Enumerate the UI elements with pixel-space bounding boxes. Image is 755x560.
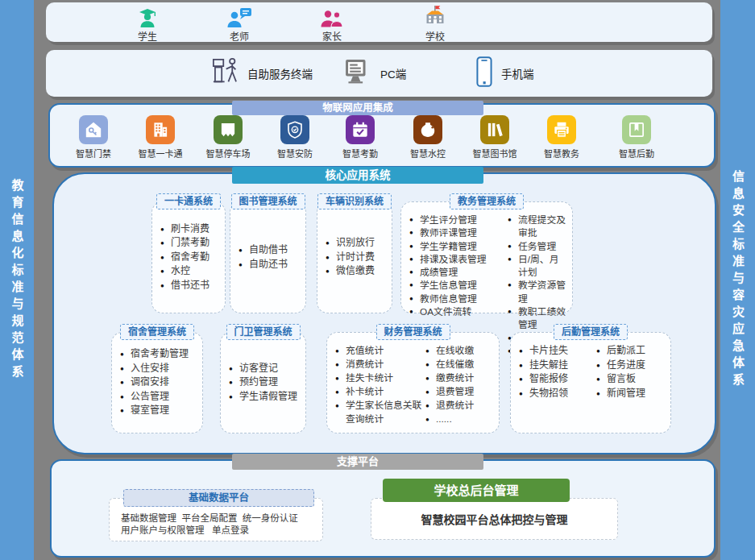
list-item: 后勤派工 [596,344,666,359]
pc-icon [342,57,373,89]
list-item: 识别放行 [326,236,375,251]
system-box-vehicle: 车辆识别系统 识别放行计时计费微信缴费 [317,201,392,313]
iot-item-library: 智慧图书馆 [466,115,524,160]
iot-label: 智慧安防 [266,147,324,160]
school-admin-title: 学校总后台管理 [383,479,570,502]
list-item: 卡片挂失 [519,344,596,359]
list-item: 学生学籍管理 [409,240,508,253]
list-item: 消费统计 [335,358,425,371]
user-group-school: 学校 [403,6,467,43]
device-group-pc: PC端 [342,50,406,97]
system-title: 宿舍管理系统 [120,324,194,340]
iot-item-onecard: 智慧一卡通 [131,115,189,160]
list-item: 智能报修 [519,372,596,387]
left-rail: 教育信息化标准与规范体系 [0,0,34,560]
onecard-icon [146,115,175,144]
library-icon [480,115,509,144]
list-item: 挂失解挂 [519,359,596,373]
user-label: 老师 [230,29,249,43]
device-label: PC端 [380,65,406,81]
list-item: 退费管理 [425,385,495,399]
admin-desc-box: 智慧校园平台总体把控与管理 [371,498,618,540]
device-group-phone: 手机端 [475,50,534,97]
list-item: 借书还书 [160,279,209,293]
feature-list: 充值统计消费统计挂失卡统计补卡统计学生家长信息关联查询统计 [335,344,425,429]
feature-list: 后勤派工任务进度留言板新闻管理 [596,344,666,429]
feature-list: 访客登记预约管理学生请假管理 [229,362,297,404]
iot-item-academic: 智慧教务 [533,115,591,160]
list-item: 教师评课管理 [409,226,508,239]
list-item: 排课及课表管理 [409,253,508,266]
system-title: 财务管理系统 [375,324,450,340]
device-label: 自助服务终端 [247,65,313,81]
iot-label: 智慧后勤 [608,147,666,160]
system-box-onecard: 一卡通系统 刷卡消费门禁考勤宿舍考勤水控借书还书 [151,201,226,313]
feature-list: 在线收缴在线催缴缴费统计退费管理退费统计...... [425,344,495,429]
feature-list: 卡片挂失挂失解挂智能报修失物招领 [519,344,596,429]
system-title: 门卫管理系统 [226,324,300,340]
list-item: 挂失卡统计 [335,371,425,385]
support-panel: 支撑平台 基础数据管理 平台全局配置 统一身份认证 用户账户与权限管理 单点登录… [50,459,716,558]
right-rail: 信息安全标准与容灾应急体系 [720,0,755,560]
list-item: 学生家长信息关联查询统计 [335,399,425,426]
user-label: 家长 [322,29,342,43]
student-icon [135,6,160,28]
iot-item-water: 智慧水控 [399,115,457,160]
core-panel: 核心应用系统 一卡通系统 刷卡消费门禁考勤宿舍考勤水控借书还书 图书管理系统 自… [52,172,716,454]
user-group-student: 学生 [115,6,180,43]
feature-list: 流程提交及审批任务管理日/周、月计划教学资源管理教职工绩效管理工资管理.....… [508,214,568,309]
system-title: 车辆识别系统 [317,193,392,209]
feature-list: 学生评分管理教师评课管理学生学籍管理排课及课表管理成绩管理学生信息管理教师信息管… [409,214,508,309]
feature-list: 刷卡消费门禁考勤宿舍考勤水控借书还书 [160,222,209,293]
teacher-icon [226,6,253,28]
iot-label: 智慧停车场 [199,147,257,160]
system-box-academic: 教务管理系统 学生评分管理教师评课管理学生学籍管理排课及课表管理成绩管理学生信息… [400,201,573,313]
list-item: 自助还书 [239,258,288,272]
system-title: 教务管理系统 [450,193,524,209]
school-icon [421,6,449,28]
iot-panel-header: 物联网应用集成 [232,101,483,115]
list-item: 充值统计 [335,344,425,358]
list-item: 缴费统计 [425,371,495,385]
list-item: 调宿安排 [120,375,189,390]
list-item: 教学资源管理 [508,279,568,305]
list-item: 流程提交及审批 [508,214,568,240]
list-item: 宿舍考勤管理 [120,347,189,362]
devices-panel: 自助服务终端 PC端 [46,50,712,97]
list-item: 入住安排 [120,362,189,376]
list-item: 成绩管理 [409,266,508,279]
iot-label: 智慧门禁 [64,147,122,160]
list-item: 在线收缴 [425,344,495,358]
list-item: OA文件流转 [409,305,508,318]
system-box-library: 图书管理系统 自助借书自助还书 [230,201,306,313]
iot-label: 智慧一卡通 [131,147,189,160]
right-rail-label: 信息安全标准与容灾应急体系 [729,170,746,390]
list-item: 任务进度 [596,359,666,373]
security-icon [280,115,309,144]
user-group-parents: 家长 [300,6,364,43]
left-rail-label: 教育信息化标准与规范体系 [9,179,26,382]
list-item: 微信缴费 [326,264,375,279]
device-label: 手机端 [501,65,534,81]
feature-list: 识别放行计时计费微信缴费 [326,236,375,279]
system-box-dorm: 宿舍管理系统 宿舍考勤管理入住安排调宿安排公告管理寝室管理 [111,332,203,433]
admin-desc-text: 智慧校园平台总体把控与管理 [421,511,568,527]
list-item: 新闻管理 [596,387,666,401]
kiosk-icon [211,54,240,93]
access-control-icon [79,115,108,144]
list-item: 水控 [160,264,209,279]
list-item: 失物招领 [519,387,596,401]
water-icon [413,115,442,144]
iot-panel: 物联网应用集成 智慧门禁 [48,103,716,168]
support-panel-header: 支撑平台 [232,454,483,470]
phone-icon [475,56,494,91]
list-item: 任务管理 [508,240,568,253]
base-data-platform-title: 基础数据平台 [123,489,314,507]
iot-item-security: 智慧安防 [266,115,324,160]
list-item: 刷卡消费 [160,222,209,237]
list-item: 学生评分管理 [409,214,508,226]
parking-icon [214,115,243,144]
user-label: 学生 [138,29,157,43]
list-item: 预约管理 [229,375,297,390]
list-item: 寝室管理 [120,404,189,418]
